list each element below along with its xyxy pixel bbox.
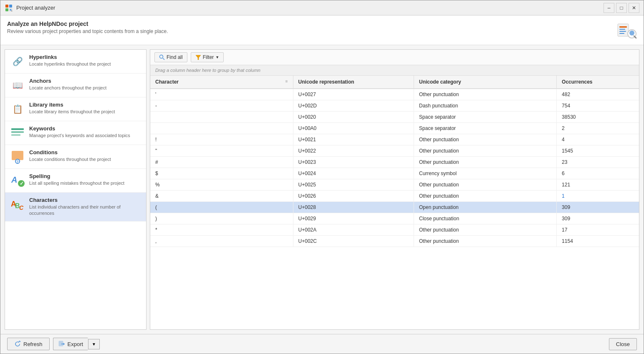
sidebar-item-spelling[interactable]: A ✓ Spelling List all spelling mistakes … [5, 169, 146, 193]
sidebar-item-keywords[interactable]: Keywords Manage project's keywords and a… [5, 121, 146, 145]
export-label: Export [68, 341, 83, 347]
window-close-button[interactable]: ✕ [629, 3, 639, 13]
table-container[interactable]: Character ≡ Unicode representation Unico… [150, 76, 639, 329]
sidebar-item-conditions[interactable]: ? Conditions Locate conditions throughou… [5, 145, 146, 169]
svg-rect-6 [618, 24, 629, 36]
svg-marker-28 [196, 55, 201, 60]
col-header-occurrences[interactable]: Occurrences [557, 76, 639, 89]
refresh-button[interactable]: Refresh [7, 338, 50, 350]
table-row[interactable]: %U+0025Other punctuation121 [150, 179, 639, 191]
col-header-character[interactable]: Character ≡ [150, 76, 293, 89]
svg-line-5 [12, 10, 13, 11]
cell-category: Other punctuation [414, 145, 557, 157]
cell-unicode: U+0026 [293, 191, 414, 202]
cell-character: * [150, 224, 293, 236]
sidebar-item-conditions-label: Conditions [29, 149, 111, 155]
sidebar-item-anchors-desc: Locate anchors throughout the project [29, 85, 106, 91]
table-row[interactable]: -U+002DDash punctuation754 [150, 100, 639, 112]
sidebar-item-library-desc: Locate library items throughout the proj… [29, 109, 115, 115]
table-row[interactable]: )U+0029Close punctuation309 [150, 213, 639, 224]
svg-rect-1 [9, 5, 12, 8]
filter-icon [195, 54, 201, 60]
svg-rect-15 [11, 131, 24, 133]
refresh-icon [14, 341, 21, 347]
cell-category: Open punctuation [414, 202, 557, 213]
filter-dropdown-arrow: ▼ [215, 55, 219, 59]
refresh-label: Refresh [23, 341, 43, 347]
sidebar-item-hyperlinks-desc: Locate hyperlinks throughout the project [29, 61, 111, 67]
col-header-unicode[interactable]: Unicode representation [293, 76, 414, 89]
export-button[interactable]: Export [53, 338, 88, 350]
cell-unicode: U+002C [293, 236, 414, 247]
svg-text:?: ? [16, 160, 19, 164]
sidebar-item-library[interactable]: 📋 Library items Locate library items thr… [5, 97, 146, 121]
export-arrow-button[interactable]: ▼ [88, 339, 100, 349]
svg-rect-0 [5, 5, 8, 8]
cell-category: Other punctuation [414, 236, 557, 247]
svg-point-4 [10, 9, 12, 10]
svg-rect-7 [619, 26, 627, 28]
cell-unicode: U+0025 [293, 179, 414, 191]
table-row[interactable]: 'U+0027Other punctuation482 [150, 89, 639, 100]
table-row[interactable]: #U+0023Other punctuation23 [150, 157, 639, 168]
cell-unicode: U+0029 [293, 213, 414, 224]
cell-unicode: U+002D [293, 100, 414, 112]
title-bar-left: Project analyzer [5, 4, 55, 12]
cell-category: Other punctuation [414, 224, 557, 236]
svg-rect-17 [12, 151, 23, 160]
library-icon: 📋 [10, 102, 25, 117]
main-window: Project analyzer – □ ✕ Analyze an HelpND… [0, 0, 644, 354]
table-row[interactable]: (U+0028Open punctuation309 [150, 202, 639, 213]
group-header: Drag a column header here to group by th… [150, 65, 639, 76]
find-all-button[interactable]: Find all [154, 52, 187, 62]
sidebar-item-spelling-desc: List all spelling mistakes throughout th… [29, 180, 124, 186]
sidebar-item-hyperlinks[interactable]: 🔗 Hyperlinks Locate hyperlinks throughou… [5, 50, 146, 74]
cell-category: Dash punctuation [414, 100, 557, 112]
table-row[interactable]: &U+0026Other punctuation1 [150, 191, 639, 202]
table-row[interactable]: "U+0022Other punctuation1545 [150, 145, 639, 157]
cell-category: Space separator [414, 123, 557, 134]
sidebar-item-anchors[interactable]: 📖 Anchors Locate anchors throughout the … [5, 74, 146, 97]
sidebar-item-characters[interactable]: A B C Characters List individual charact… [5, 193, 146, 222]
close-button[interactable]: Close [609, 338, 637, 350]
export-icon [58, 341, 65, 347]
maximize-button[interactable]: □ [616, 3, 627, 13]
filter-label: Filter [203, 54, 214, 60]
cell-occurrences: 38530 [557, 112, 639, 123]
cell-character: ' [150, 89, 293, 100]
characters-icon: A B C [10, 197, 25, 212]
header-icon [617, 20, 637, 41]
cell-character: # [150, 157, 293, 168]
sidebar: 🔗 Hyperlinks Locate hyperlinks throughou… [5, 49, 146, 330]
toolbar: Find all Filter ▼ [150, 50, 639, 65]
cell-occurrences[interactable]: 1 [557, 191, 639, 202]
cell-occurrences: 309 [557, 202, 639, 213]
export-dropdown: Export ▼ [53, 338, 100, 350]
table-row[interactable]: U+0020Space separator38530 [150, 112, 639, 123]
cell-occurrences: 6 [557, 168, 639, 179]
svg-rect-9 [619, 31, 626, 32]
cell-character: ! [150, 134, 293, 145]
cell-category: Currency symbol [414, 168, 557, 179]
table-row[interactable]: !U+0021Other punctuation4 [150, 134, 639, 145]
cell-character: , [150, 236, 293, 247]
close-label: Close [616, 341, 630, 347]
svg-rect-29 [59, 341, 63, 346]
svg-text:A: A [11, 175, 17, 184]
cell-character: ( [150, 202, 293, 213]
table-row[interactable]: U+00A0Space separator2 [150, 123, 639, 134]
table-row[interactable]: ,U+002COther punctuation1154 [150, 236, 639, 247]
main-content: 🔗 Hyperlinks Locate hyperlinks throughou… [0, 45, 644, 334]
svg-rect-2 [5, 8, 8, 11]
cell-occurrences: 309 [557, 213, 639, 224]
sidebar-item-anchors-label: Anchors [29, 78, 106, 84]
table-row[interactable]: $U+0024Currency symbol6 [150, 168, 639, 179]
cell-character: ) [150, 213, 293, 224]
minimize-button[interactable]: – [604, 3, 614, 13]
table-row[interactable]: *U+002AOther punctuation17 [150, 224, 639, 236]
filter-button[interactable]: Filter ▼ [191, 52, 224, 62]
cell-category: Other punctuation [414, 191, 557, 202]
cell-category: Other punctuation [414, 157, 557, 168]
cell-occurrences: 2 [557, 123, 639, 134]
col-header-category[interactable]: Unicode category [414, 76, 557, 89]
